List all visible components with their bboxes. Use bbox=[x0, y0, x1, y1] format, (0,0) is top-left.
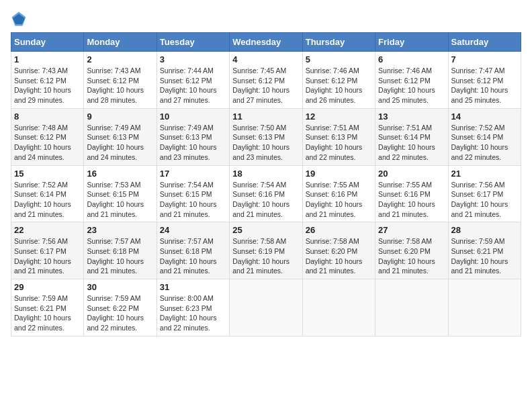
day-info: Sunrise: 7:59 AMSunset: 6:21 PMDaylight:… bbox=[14, 294, 71, 332]
day-info: Sunrise: 7:50 AMSunset: 6:13 PMDaylight:… bbox=[232, 124, 290, 161]
weekday-header-tuesday: Tuesday bbox=[157, 33, 229, 52]
day-info: Sunrise: 7:53 AMSunset: 6:15 PMDaylight:… bbox=[87, 181, 144, 218]
calendar-week-row: 22 Sunrise: 7:56 AMSunset: 6:17 PMDaylig… bbox=[11, 222, 521, 279]
calendar-cell: 14 Sunrise: 7:52 AMSunset: 6:14 PMDaylig… bbox=[448, 108, 521, 165]
calendar-cell: 31 Sunrise: 8:00 AMSunset: 6:23 PMDaylig… bbox=[157, 279, 229, 336]
day-info: Sunrise: 7:56 AMSunset: 6:17 PMDaylight:… bbox=[14, 237, 71, 275]
day-info: Sunrise: 7:43 AMSunset: 6:12 PMDaylight:… bbox=[87, 66, 144, 104]
day-number: 23 bbox=[87, 225, 153, 235]
calendar-cell: 9 Sunrise: 7:49 AMSunset: 6:13 PMDayligh… bbox=[84, 108, 157, 165]
calendar-cell: 19 Sunrise: 7:55 AMSunset: 6:16 PMDaylig… bbox=[302, 165, 375, 222]
weekday-header-sunday: Sunday bbox=[11, 33, 84, 52]
calendar-cell bbox=[448, 279, 521, 336]
day-info: Sunrise: 7:52 AMSunset: 6:14 PMDaylight:… bbox=[451, 124, 508, 161]
day-number: 31 bbox=[160, 282, 226, 292]
calendar-cell: 15 Sunrise: 7:52 AMSunset: 6:14 PMDaylig… bbox=[11, 165, 84, 222]
calendar-cell: 1 Sunrise: 7:43 AMSunset: 6:12 PMDayligh… bbox=[11, 52, 84, 109]
day-number: 28 bbox=[451, 225, 518, 235]
calendar-cell: 20 Sunrise: 7:55 AMSunset: 6:16 PMDaylig… bbox=[375, 165, 448, 222]
logo bbox=[11, 11, 30, 27]
day-number: 17 bbox=[160, 169, 226, 179]
day-number: 5 bbox=[306, 54, 372, 64]
calendar-cell: 13 Sunrise: 7:51 AMSunset: 6:14 PMDaylig… bbox=[375, 108, 448, 165]
day-number: 3 bbox=[160, 54, 226, 64]
calendar-cell: 11 Sunrise: 7:50 AMSunset: 6:13 PMDaylig… bbox=[230, 108, 302, 165]
day-info: Sunrise: 7:55 AMSunset: 6:16 PMDaylight:… bbox=[306, 181, 363, 218]
day-number: 12 bbox=[306, 111, 372, 122]
day-number: 1 bbox=[14, 54, 81, 64]
calendar-cell bbox=[302, 279, 375, 336]
day-info: Sunrise: 7:58 AMSunset: 6:20 PMDaylight:… bbox=[378, 237, 435, 275]
calendar-cell: 8 Sunrise: 7:48 AMSunset: 6:12 PMDayligh… bbox=[11, 108, 84, 165]
calendar-cell: 25 Sunrise: 7:58 AMSunset: 6:19 PMDaylig… bbox=[230, 222, 302, 279]
calendar-cell: 5 Sunrise: 7:46 AMSunset: 6:12 PMDayligh… bbox=[302, 52, 375, 109]
day-number: 4 bbox=[232, 54, 299, 64]
weekday-header-row: SundayMondayTuesdayWednesdayThursdayFrid… bbox=[11, 33, 521, 52]
day-number: 25 bbox=[232, 225, 299, 235]
day-info: Sunrise: 7:52 AMSunset: 6:14 PMDaylight:… bbox=[14, 181, 71, 218]
calendar-cell: 26 Sunrise: 7:58 AMSunset: 6:20 PMDaylig… bbox=[302, 222, 375, 279]
calendar-cell: 7 Sunrise: 7:47 AMSunset: 6:12 PMDayligh… bbox=[448, 52, 521, 109]
day-info: Sunrise: 7:46 AMSunset: 6:12 PMDaylight:… bbox=[306, 66, 363, 104]
weekday-header-thursday: Thursday bbox=[302, 33, 375, 52]
calendar-week-row: 29 Sunrise: 7:59 AMSunset: 6:21 PMDaylig… bbox=[11, 279, 521, 336]
logo-icon bbox=[11, 11, 27, 27]
day-number: 13 bbox=[378, 111, 445, 122]
day-number: 14 bbox=[451, 111, 518, 122]
day-info: Sunrise: 7:49 AMSunset: 6:13 PMDaylight:… bbox=[160, 124, 217, 161]
calendar-header: SundayMondayTuesdayWednesdayThursdayFrid… bbox=[11, 33, 521, 52]
day-number: 11 bbox=[232, 111, 299, 122]
weekday-header-wednesday: Wednesday bbox=[230, 33, 302, 52]
day-info: Sunrise: 7:59 AMSunset: 6:21 PMDaylight:… bbox=[451, 237, 508, 275]
calendar-cell: 21 Sunrise: 7:56 AMSunset: 6:17 PMDaylig… bbox=[448, 165, 521, 222]
calendar-cell: 17 Sunrise: 7:54 AMSunset: 6:15 PMDaylig… bbox=[157, 165, 229, 222]
calendar-cell: 10 Sunrise: 7:49 AMSunset: 6:13 PMDaylig… bbox=[157, 108, 229, 165]
calendar-cell: 23 Sunrise: 7:57 AMSunset: 6:18 PMDaylig… bbox=[84, 222, 157, 279]
day-number: 21 bbox=[451, 169, 518, 179]
day-info: Sunrise: 7:54 AMSunset: 6:15 PMDaylight:… bbox=[160, 181, 217, 218]
day-number: 27 bbox=[378, 225, 445, 235]
day-number: 29 bbox=[14, 282, 81, 292]
day-info: Sunrise: 7:57 AMSunset: 6:18 PMDaylight:… bbox=[87, 237, 144, 275]
day-info: Sunrise: 7:57 AMSunset: 6:18 PMDaylight:… bbox=[160, 237, 217, 275]
day-info: Sunrise: 7:48 AMSunset: 6:12 PMDaylight:… bbox=[14, 124, 71, 161]
weekday-header-saturday: Saturday bbox=[448, 33, 521, 52]
day-number: 6 bbox=[378, 54, 445, 64]
day-number: 15 bbox=[14, 169, 81, 179]
day-info: Sunrise: 7:47 AMSunset: 6:12 PMDaylight:… bbox=[451, 66, 508, 104]
calendar-cell bbox=[375, 279, 448, 336]
calendar-week-row: 1 Sunrise: 7:43 AMSunset: 6:12 PMDayligh… bbox=[11, 52, 521, 109]
day-number: 20 bbox=[378, 169, 445, 179]
calendar-cell: 29 Sunrise: 7:59 AMSunset: 6:21 PMDaylig… bbox=[11, 279, 84, 336]
day-info: Sunrise: 7:45 AMSunset: 6:12 PMDaylight:… bbox=[232, 66, 290, 104]
day-number: 9 bbox=[87, 111, 153, 122]
calendar-cell: 30 Sunrise: 7:59 AMSunset: 6:22 PMDaylig… bbox=[84, 279, 157, 336]
calendar-cell: 2 Sunrise: 7:43 AMSunset: 6:12 PMDayligh… bbox=[84, 52, 157, 109]
calendar-cell bbox=[230, 279, 302, 336]
calendar-cell: 27 Sunrise: 7:58 AMSunset: 6:20 PMDaylig… bbox=[375, 222, 448, 279]
weekday-header-monday: Monday bbox=[84, 33, 157, 52]
day-info: Sunrise: 7:58 AMSunset: 6:20 PMDaylight:… bbox=[306, 237, 363, 275]
day-info: Sunrise: 7:58 AMSunset: 6:19 PMDaylight:… bbox=[232, 237, 290, 275]
day-number: 10 bbox=[160, 111, 226, 122]
calendar-cell: 16 Sunrise: 7:53 AMSunset: 6:15 PMDaylig… bbox=[84, 165, 157, 222]
calendar-cell: 22 Sunrise: 7:56 AMSunset: 6:17 PMDaylig… bbox=[11, 222, 84, 279]
day-info: Sunrise: 8:00 AMSunset: 6:23 PMDaylight:… bbox=[160, 294, 217, 332]
day-info: Sunrise: 7:44 AMSunset: 6:12 PMDaylight:… bbox=[160, 66, 217, 104]
day-info: Sunrise: 7:55 AMSunset: 6:16 PMDaylight:… bbox=[378, 181, 435, 218]
day-number: 24 bbox=[160, 225, 226, 235]
day-number: 18 bbox=[232, 169, 299, 179]
day-number: 2 bbox=[87, 54, 153, 64]
calendar-cell: 28 Sunrise: 7:59 AMSunset: 6:21 PMDaylig… bbox=[448, 222, 521, 279]
day-info: Sunrise: 7:46 AMSunset: 6:12 PMDaylight:… bbox=[378, 66, 435, 104]
calendar-cell: 18 Sunrise: 7:54 AMSunset: 6:16 PMDaylig… bbox=[230, 165, 302, 222]
calendar-table: SundayMondayTuesdayWednesdayThursdayFrid… bbox=[11, 32, 521, 336]
day-info: Sunrise: 7:51 AMSunset: 6:13 PMDaylight:… bbox=[306, 124, 363, 161]
calendar-week-row: 8 Sunrise: 7:48 AMSunset: 6:12 PMDayligh… bbox=[11, 108, 521, 165]
page-header bbox=[11, 11, 521, 27]
calendar-cell: 12 Sunrise: 7:51 AMSunset: 6:13 PMDaylig… bbox=[302, 108, 375, 165]
day-info: Sunrise: 7:51 AMSunset: 6:14 PMDaylight:… bbox=[378, 124, 435, 161]
calendar-week-row: 15 Sunrise: 7:52 AMSunset: 6:14 PMDaylig… bbox=[11, 165, 521, 222]
day-number: 16 bbox=[87, 169, 153, 179]
day-info: Sunrise: 7:49 AMSunset: 6:13 PMDaylight:… bbox=[87, 124, 144, 161]
